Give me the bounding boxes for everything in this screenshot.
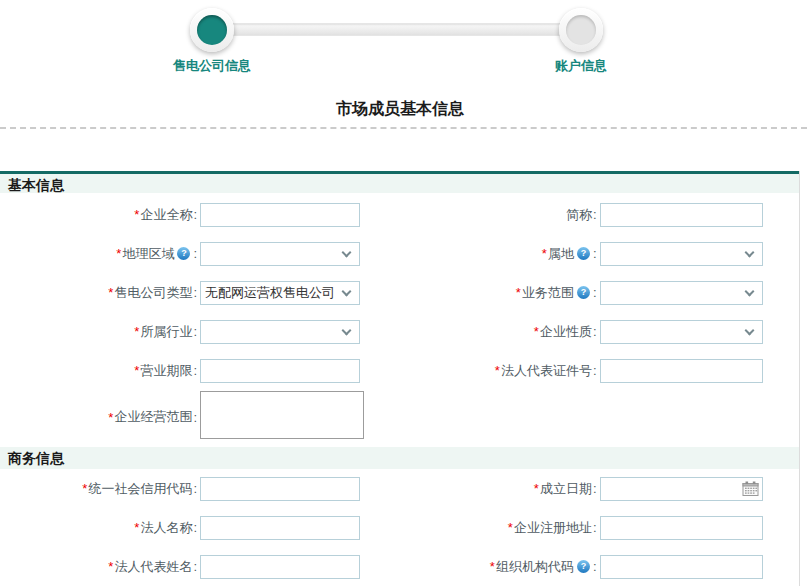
field-label-company-type: *售电公司类型: [0, 284, 197, 302]
required-mark: * [508, 520, 513, 535]
required-mark: * [495, 363, 500, 378]
chevron-down-icon [342, 325, 352, 335]
chevron-down-icon [744, 286, 754, 296]
required-mark: * [82, 481, 87, 496]
business-range-textarea[interactable] [200, 391, 364, 439]
field-label-credit-code: *统一社会信用代码: [0, 480, 197, 498]
chevron-down-icon [744, 325, 754, 335]
form-row: *法人代表姓名: *组织机构代码?: [0, 547, 799, 586]
form-row: *所属行业: *企业性质: [0, 312, 799, 351]
field-label-establish-date: *成立日期: [400, 480, 597, 498]
stepper-track [222, 23, 574, 36]
territory-select[interactable] [600, 242, 763, 266]
business-term-input[interactable] [200, 359, 360, 383]
legal-rep-id-input[interactable] [600, 359, 763, 383]
form-row: *地理区域?: *属地?: [0, 234, 799, 273]
dashed-divider [0, 127, 807, 129]
section-header-commerce-info: 商务信息 [0, 447, 799, 469]
form-row: *企业全称: 简称: [0, 195, 799, 234]
required-mark: * [534, 481, 539, 496]
org-code-input[interactable] [600, 555, 763, 579]
chevron-down-icon [342, 247, 352, 257]
page-title: 市场成员基本信息 [0, 99, 800, 118]
field-label-short-name: 简称: [400, 206, 597, 224]
field-label-territory: *属地?: [400, 245, 597, 263]
required-mark: * [108, 285, 113, 300]
business-scope-select[interactable] [600, 281, 763, 305]
help-icon[interactable]: ? [577, 247, 590, 260]
step-upcoming-dot [566, 15, 596, 45]
help-icon[interactable]: ? [577, 286, 590, 299]
short-name-input[interactable] [600, 203, 763, 227]
required-mark: * [108, 410, 113, 425]
legal-name-input[interactable] [200, 516, 360, 540]
industry-select[interactable] [200, 320, 360, 344]
wizard-stepper: 售电公司信息 账户信息 [0, 0, 807, 79]
field-label-business-scope: *业务范围?: [400, 284, 597, 302]
chevron-down-icon [744, 247, 754, 257]
credit-code-input[interactable] [200, 477, 360, 501]
required-mark: * [134, 363, 139, 378]
section-header-basic-info: 基本信息 [0, 171, 799, 193]
field-label-legal-name: *法人名称: [0, 519, 197, 537]
required-mark: * [490, 559, 495, 574]
required-mark: * [134, 324, 139, 339]
required-mark: * [534, 324, 539, 339]
geo-region-select[interactable] [200, 242, 360, 266]
field-label-org-code: *组织机构代码?: [400, 558, 597, 576]
help-icon[interactable]: ? [577, 560, 590, 573]
required-mark: * [134, 207, 139, 222]
required-mark: * [516, 285, 521, 300]
field-label-business-term: *营业期限: [0, 362, 197, 380]
field-label-legal-rep-name: *法人代表姓名: [0, 558, 197, 576]
company-full-name-input[interactable] [200, 203, 360, 227]
form-row: *售电公司类型: 无配网运营权售电公司 *业务范围?: [0, 273, 799, 312]
form-row: *统一社会信用代码: *成立日期: [0, 469, 799, 508]
step-label-account-info: 账户信息 [501, 57, 661, 75]
help-icon[interactable]: ? [177, 247, 190, 260]
field-label-geo-region: *地理区域?: [0, 245, 197, 263]
field-label-industry: *所属行业: [0, 323, 197, 341]
form-row: *企业经营范围: [0, 390, 799, 444]
register-address-input[interactable] [600, 516, 763, 540]
required-mark: * [108, 559, 113, 574]
required-mark: * [542, 246, 547, 261]
field-label-legal-rep-id: *法人代表证件号: [400, 362, 597, 380]
step-node-company-info[interactable] [190, 8, 234, 52]
establish-date-input[interactable] [600, 477, 763, 501]
form-panel: 基本信息 *企业全称: 简称: *地理区域?: [0, 171, 800, 586]
calendar-icon[interactable] [742, 481, 759, 496]
step-label-company-info: 售电公司信息 [132, 57, 292, 75]
company-type-select[interactable]: 无配网运营权售电公司 [200, 281, 360, 305]
step-node-account-info[interactable] [559, 8, 603, 52]
required-mark: * [134, 520, 139, 535]
required-mark: * [116, 246, 121, 261]
legal-rep-name-input[interactable] [200, 555, 360, 579]
section-basic-info-rows: *企业全称: 简称: *地理区域?: [0, 193, 799, 444]
form-row: *营业期限: *法人代表证件号: [0, 351, 799, 390]
field-label-company-full-name: *企业全称: [0, 206, 197, 224]
section-commerce-info-rows: *统一社会信用代码: *成立日期: [0, 469, 799, 586]
field-label-enterprise-nature: *企业性质: [400, 323, 597, 341]
field-label-register-address: *企业注册地址: [400, 519, 597, 537]
field-label-business-range: *企业经营范围: [0, 408, 197, 426]
step-active-dot [197, 15, 227, 45]
form-row: *法人名称: *企业注册地址: [0, 508, 799, 547]
enterprise-nature-select[interactable] [600, 320, 763, 344]
